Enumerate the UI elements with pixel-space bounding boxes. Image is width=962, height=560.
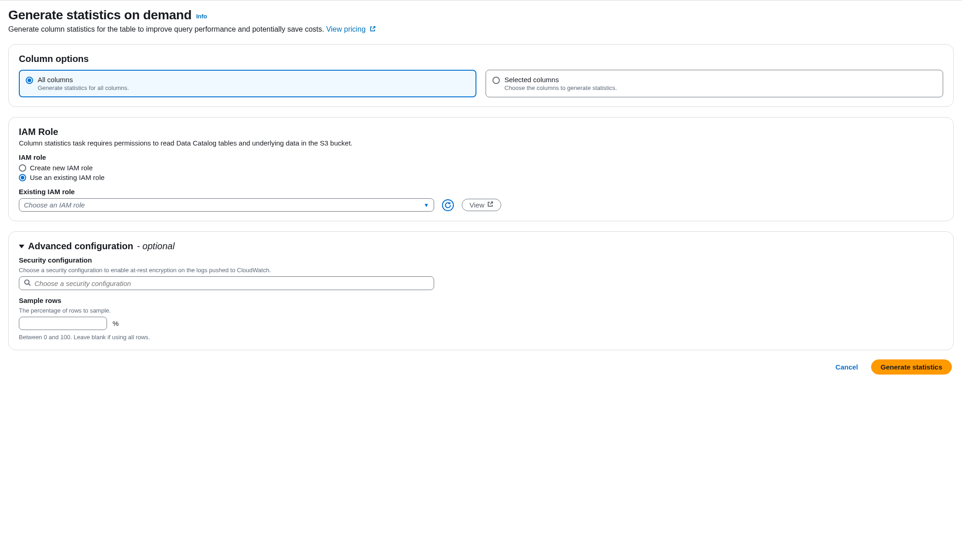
security-config-select[interactable] (19, 276, 434, 290)
advanced-config-optional: - optional (137, 241, 175, 252)
search-icon (24, 279, 31, 287)
generate-statistics-button[interactable]: Generate statistics (871, 359, 952, 375)
advanced-config-toggle[interactable]: Advanced configuration - optional (19, 241, 943, 252)
column-options-radio-group: All columns Generate statistics for all … (19, 70, 943, 97)
page-title: Generate statistics on demand (8, 8, 192, 22)
use-existing-iam-label: Use an existing IAM role (30, 174, 105, 181)
external-link-icon (487, 201, 493, 209)
iam-role-field-label: IAM role (19, 153, 943, 161)
all-columns-option[interactable]: All columns Generate statistics for all … (19, 70, 476, 97)
radio-icon (19, 174, 26, 181)
radio-icon (492, 77, 500, 84)
caret-down-icon: ▼ (424, 202, 429, 208)
cancel-button[interactable]: Cancel (830, 359, 864, 375)
security-config-label: Security configuration (19, 256, 943, 264)
iam-role-panel: IAM Role Column statistics task requires… (8, 117, 954, 221)
page-header: Generate statistics on demand Info Gener… (8, 8, 954, 34)
selected-columns-label: Selected columns (504, 76, 617, 84)
sample-rows-label: Sample rows (19, 297, 943, 304)
all-columns-desc: Generate statistics for all columns. (38, 84, 129, 91)
security-config-desc: Choose a security configuration to enabl… (19, 267, 943, 274)
pricing-link-text: View pricing (326, 25, 366, 33)
column-options-panel: Column options All columns Generate stat… (8, 44, 954, 107)
iam-role-select[interactable]: Choose an IAM role ▼ (19, 198, 434, 212)
action-bar: Cancel Generate statistics (8, 359, 954, 375)
caret-down-icon (19, 245, 24, 248)
radio-icon (19, 164, 26, 172)
security-config-input[interactable] (34, 280, 429, 287)
advanced-config-panel: Advanced configuration - optional Securi… (8, 231, 954, 350)
svg-point-1 (25, 280, 29, 284)
use-existing-iam-role-option[interactable]: Use an existing IAM role (19, 174, 943, 181)
svg-point-0 (442, 200, 453, 211)
create-new-iam-label: Create new IAM role (30, 164, 93, 172)
info-link[interactable]: Info (196, 13, 207, 20)
existing-iam-role-label: Existing IAM role (19, 188, 943, 196)
view-button[interactable]: View (462, 199, 501, 211)
iam-role-title: IAM Role (19, 127, 943, 137)
selected-columns-desc: Choose the columns to generate statistic… (504, 84, 617, 91)
page-desc-text: Generate column statistics for the table… (8, 25, 324, 33)
iam-role-select-row: Choose an IAM role ▼ View (19, 198, 943, 212)
all-columns-label: All columns (38, 76, 129, 84)
sample-rows-desc: The percentage of rows to sample. (19, 307, 943, 314)
view-pricing-link[interactable]: View pricing (326, 25, 376, 33)
refresh-icon (442, 199, 454, 211)
view-button-label: View (470, 201, 484, 209)
sample-rows-input[interactable] (19, 317, 107, 330)
advanced-config-title: Advanced configuration (28, 241, 133, 252)
radio-icon (26, 77, 33, 84)
iam-role-placeholder: Choose an IAM role (24, 201, 85, 209)
refresh-button[interactable] (441, 199, 454, 212)
external-link-icon (369, 26, 376, 34)
percent-unit: % (113, 319, 119, 327)
selected-columns-option[interactable]: Selected columns Choose the columns to g… (486, 70, 943, 97)
iam-role-desc: Column statistics task requires permissi… (19, 139, 943, 147)
column-options-title: Column options (19, 54, 943, 64)
create-new-iam-role-option[interactable]: Create new IAM role (19, 164, 943, 172)
sample-rows-hint: Between 0 and 100. Leave blank if using … (19, 334, 943, 341)
page-description: Generate column statistics for the table… (8, 25, 954, 34)
